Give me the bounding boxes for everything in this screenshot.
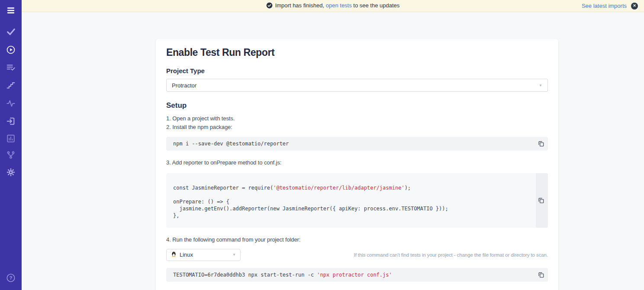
test-plans-icon[interactable] [6, 62, 16, 72]
setup-step-4: 4. Run the following command from your p… [166, 235, 548, 244]
os-select-value: Linux [180, 251, 193, 258]
banner-text-prefix: Import has finished, [275, 2, 326, 9]
project-type-value: Protractor [172, 82, 196, 89]
main-content: Enable Test Run Report Project Type Prot… [22, 12, 644, 290]
page-title: Enable Test Run Report [166, 47, 548, 58]
project-type-label: Project Type [166, 67, 548, 74]
sidebar: ? [0, 0, 22, 290]
menu-icon[interactable] [6, 5, 16, 16]
settings-gear-icon[interactable] [6, 167, 16, 177]
project-type-select[interactable]: Protractor ▼ [166, 79, 548, 92]
code-line: onPrepare: () => { [173, 198, 527, 205]
open-tests-link[interactable]: open tests [326, 2, 352, 9]
copy-icon[interactable] [537, 140, 545, 148]
config-code-block: const JasmineReporter = require('@testom… [166, 173, 548, 228]
scan-hint-text: If this command can't find tests in your… [354, 252, 548, 258]
svg-text:?: ? [10, 275, 13, 280]
branches-icon[interactable] [6, 150, 16, 160]
import-banner: Import has finished, open tests to see t… [22, 0, 644, 12]
check-circle-icon [266, 2, 273, 10]
analytics-icon[interactable] [6, 133, 16, 144]
copy-icon[interactable] [537, 271, 545, 279]
setup-step-3: 3. Add reporter to onPrepare method to c… [166, 158, 548, 167]
chevron-down-icon: ▼ [539, 84, 542, 87]
help-icon[interactable]: ? [6, 273, 16, 283]
banner-message: Import has finished, open tests to see t… [22, 2, 644, 10]
report-setup-card: Enable Test Run Report Project Type Prot… [156, 39, 558, 290]
import-icon[interactable] [6, 116, 16, 126]
install-command: npm i --save-dev @testomatio/reporter [173, 141, 289, 147]
run-play-icon[interactable] [6, 45, 16, 55]
code-line: }, [173, 212, 527, 219]
code-line [173, 191, 527, 198]
banner-text-suffix: to see the updates [352, 2, 400, 9]
tests-check-icon[interactable] [6, 26, 16, 37]
run-command: TESTOMATIO=6r7dea0ddhb3 npx start-test-r… [173, 272, 392, 278]
chevron-down-icon: ▼ [232, 253, 236, 257]
steps-icon[interactable] [6, 80, 16, 90]
activity-pulse-icon[interactable] [6, 98, 16, 109]
code-line: const JasmineReporter = require('@testom… [173, 184, 527, 191]
run-code-block: TESTOMATIO=6r7dea0ddhb3 npx start-test-r… [166, 268, 548, 282]
see-latest-imports-link[interactable]: See latest imports [582, 3, 627, 9]
os-row: Linux ▼ If this command can't find tests… [166, 249, 548, 261]
copy-icon[interactable] [537, 197, 545, 204]
setup-heading: Setup [166, 101, 548, 110]
install-code-block: npm i --save-dev @testomatio/reporter [166, 137, 548, 151]
setup-step-2: 2. Install the npm package: [166, 123, 548, 132]
setup-step-1: 1. Open a project with tests. [166, 114, 548, 123]
code-line: jasmine.getEnv().addReporter(new Jasmine… [173, 205, 527, 212]
linux-penguin-icon [171, 251, 177, 258]
banner-close-icon[interactable]: ✕ [631, 3, 638, 10]
os-select[interactable]: Linux ▼ [166, 249, 241, 261]
